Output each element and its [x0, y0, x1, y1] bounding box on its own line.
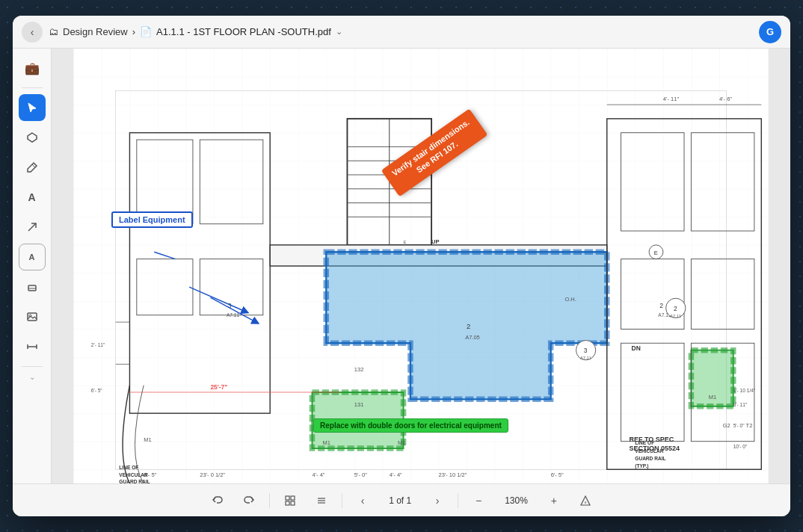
measure-button[interactable] — [574, 489, 597, 512]
svg-text:6'- 5": 6'- 5" — [551, 471, 564, 478]
svg-text:E: E — [404, 240, 407, 244]
bottom-separator-3 — [458, 493, 458, 508]
svg-text:4'- 11": 4'- 11" — [663, 96, 680, 102]
zoom-level: 130% — [499, 492, 534, 509]
doc-icon: 📄 — [140, 26, 152, 37]
svg-text:132: 132 — [354, 366, 364, 373]
tool-eraser[interactable] — [19, 273, 46, 300]
tool-cursor[interactable] — [19, 94, 46, 121]
svg-text:M1: M1 — [144, 436, 151, 443]
tool-briefcase[interactable]: 💼 — [19, 55, 46, 81]
undo-button[interactable] — [206, 489, 229, 512]
svg-text:2'- 11": 2'- 11" — [91, 342, 105, 347]
zoom-minus-button[interactable]: − — [467, 489, 490, 512]
toolbar-separator-2 — [22, 366, 43, 367]
back-button[interactable]: ‹ — [22, 22, 43, 43]
svg-line-2 — [28, 223, 36, 231]
svg-text:O.H.: O.H. — [564, 296, 576, 303]
svg-text:4'- 4": 4'- 4" — [390, 471, 402, 478]
zoom-plus-button[interactable]: + — [543, 489, 565, 512]
svg-text:131: 131 — [354, 401, 364, 408]
bottom-toolbar: ‹ 1 of 1 › − 130% + — [13, 483, 790, 516]
prev-page-button[interactable]: ‹ — [351, 489, 374, 512]
svg-text:DN: DN — [632, 344, 641, 352]
svg-text:5'- 0": 5'- 0" — [354, 471, 367, 478]
svg-text:8'- 11": 8'- 11" — [733, 402, 748, 407]
ref-to-spec-text: REF TO SPEC SECTION 05524 — [629, 435, 680, 454]
app-window: ‹ 🗂 Design Review › 📄 A1.1.1 - 1ST FLOOR… — [13, 16, 790, 516]
svg-text:25'-7": 25'-7" — [210, 383, 227, 391]
svg-text:4'- 6": 4'- 6" — [719, 96, 732, 102]
tool-label-text[interactable]: A — [19, 244, 46, 270]
blue-label-annotation[interactable]: Label Equipment — [111, 211, 193, 228]
svg-text:LINE OF: LINE OF — [119, 465, 138, 470]
main-content: 💼 A — [13, 49, 790, 483]
svg-text:VEHICULAR: VEHICULAR — [119, 472, 148, 477]
header: ‹ 🗂 Design Review › 📄 A1.1.1 - 1ST FLOOR… — [13, 16, 790, 49]
canvas-area[interactable]: UP E — [52, 49, 790, 483]
title-chevron-icon[interactable]: ⌄ — [336, 27, 342, 37]
svg-text:6'- 5": 6'- 5" — [91, 388, 103, 393]
tool-measure[interactable] — [19, 333, 46, 360]
svg-text:A7.11: A7.11 — [580, 356, 591, 360]
back-icon: ‹ — [31, 26, 34, 38]
svg-rect-5 — [28, 313, 37, 321]
toolbar-separator-1 — [22, 87, 43, 88]
svg-text:2: 2 — [674, 305, 677, 312]
svg-text:E: E — [654, 250, 658, 256]
svg-text:A7.05: A7.05 — [465, 334, 480, 341]
grid-button[interactable] — [279, 489, 301, 512]
svg-text:10'- 0": 10'- 0" — [733, 444, 748, 449]
svg-text:GUARD RAIL: GUARD RAIL — [119, 479, 150, 483]
tool-image[interactable] — [19, 303, 46, 330]
bottom-separator-2 — [342, 493, 342, 508]
svg-text:UP: UP — [431, 238, 439, 245]
svg-rect-94 — [291, 501, 295, 505]
left-toolbar: 💼 A — [13, 49, 52, 483]
svg-line-1 — [32, 164, 35, 167]
svg-rect-92 — [291, 496, 295, 500]
tool-arrow[interactable] — [19, 214, 46, 241]
list-button[interactable] — [310, 489, 333, 512]
bottom-separator-1 — [269, 493, 270, 508]
svg-rect-93 — [286, 501, 289, 505]
svg-text:4'- 4": 4'- 4" — [313, 471, 325, 478]
svg-text:A7.11: A7.11 — [670, 314, 681, 318]
svg-text:2: 2 — [467, 323, 470, 330]
toolbar-expand-icon[interactable]: ⌄ — [29, 373, 35, 381]
green-bottom-annotation[interactable]: Replace with double doors for electrical… — [313, 418, 508, 433]
breadcrumb-parent[interactable]: Design Review — [63, 26, 128, 37]
page-indicator: 1 of 1 — [383, 492, 417, 509]
svg-rect-91 — [286, 496, 289, 500]
svg-text:(TYP.): (TYP.) — [635, 463, 648, 469]
svg-text:23'- 10 1/2": 23'- 10 1/2" — [438, 471, 467, 478]
svg-text:M1: M1 — [709, 394, 716, 400]
document-title: A1.1.1 - 1ST FLOOR PLAN -SOUTH.pdf — [156, 26, 331, 37]
svg-text:T2: T2 — [746, 422, 753, 429]
next-page-button[interactable]: › — [426, 489, 449, 512]
user-avatar[interactable]: G — [759, 21, 781, 43]
tool-polygon[interactable] — [19, 124, 46, 151]
svg-text:5'- 0": 5'- 0" — [733, 423, 745, 428]
svg-text:23'- 0 1/2": 23'- 0 1/2" — [200, 471, 225, 478]
svg-text:GUARD RAIL: GUARD RAIL — [635, 456, 665, 461]
svg-text:G2: G2 — [723, 422, 730, 429]
svg-text:1'- 10 1/4": 1'- 10 1/4" — [733, 388, 756, 393]
tool-text[interactable]: A — [19, 184, 46, 211]
tool-pen[interactable] — [19, 154, 46, 181]
svg-text:M1: M1 — [323, 439, 330, 446]
svg-text:3: 3 — [584, 347, 588, 354]
svg-text:2: 2 — [659, 302, 663, 309]
breadcrumb: 🗂 Design Review › 📄 A1.1.1 - 1ST FLOOR P… — [49, 26, 342, 37]
svg-marker-98 — [581, 496, 590, 505]
svg-marker-0 — [28, 133, 37, 142]
breadcrumb-icon: 🗂 — [49, 26, 58, 37]
svg-text:M1: M1 — [398, 439, 405, 446]
redo-button[interactable] — [238, 489, 260, 512]
breadcrumb-separator: › — [132, 26, 135, 37]
